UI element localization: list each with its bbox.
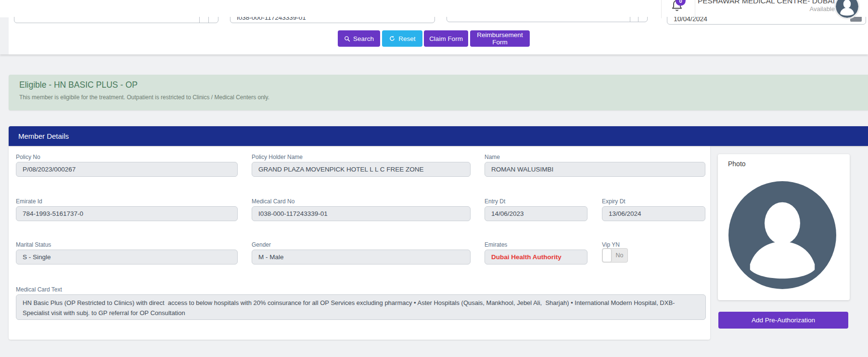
member-photo-avatar — [728, 181, 836, 289]
name-field[interactable] — [485, 162, 705, 177]
add-pre-authorization-button[interactable]: Add Pre-Authorization — [718, 312, 848, 329]
header-divider — [661, 0, 662, 18]
reset-button-label: Reset — [398, 35, 415, 42]
entry-dt-field[interactable] — [485, 206, 587, 221]
emirate-id-field[interactable] — [16, 206, 238, 221]
gender-field[interactable] — [252, 250, 471, 264]
toggle-knob — [603, 249, 612, 262]
reset-icon — [389, 35, 396, 42]
medical-card-text-field[interactable] — [16, 294, 706, 320]
reset-button[interactable]: Reset — [382, 30, 422, 47]
expiry-dt-label: Expiry Dt — [602, 198, 625, 205]
photo-label: Photo — [728, 160, 746, 168]
claim-form-button[interactable]: Claim Form — [424, 30, 468, 47]
marital-status-field[interactable] — [16, 250, 238, 264]
claim-form-label: Claim Form — [429, 35, 463, 42]
emirates-field[interactable] — [485, 250, 587, 264]
emirate-id-label: Emirate Id — [16, 198, 42, 205]
policy-holder-label: Policy Holder Name — [252, 154, 303, 160]
reimbursement-form-label: Reimbursement Form — [474, 31, 526, 46]
name-label: Name — [485, 154, 500, 160]
vip-yn-label: Vip YN — [602, 241, 620, 248]
entry-dt-label: Entry Dt — [485, 198, 505, 205]
policy-no-label: Policy No — [16, 154, 40, 160]
vip-yn-value: No — [612, 249, 627, 262]
gender-label: Gender — [252, 241, 271, 248]
marital-status-label: Marital Status — [16, 241, 51, 248]
medical-card-no-label: Medical Card No — [252, 198, 294, 205]
photo-card: Photo — [718, 154, 850, 300]
eligibility-message: This member is eligibile for the treatme… — [19, 94, 857, 101]
eligibility-banner: Eligible - HN BASIC PLUS - OP This membe… — [9, 75, 868, 110]
search-icon — [344, 36, 350, 42]
reimbursement-form-button[interactable]: Reimbursement Form — [470, 30, 530, 47]
medical-card-text-label: Medical Card Text — [16, 286, 62, 293]
availability-status: Available — [688, 5, 835, 13]
member-details-header: Member Details — [9, 126, 868, 146]
medical-card-no-field[interactable] — [252, 206, 471, 221]
search-button-label: Search — [353, 35, 374, 42]
vip-yn-toggle[interactable]: No — [602, 248, 628, 263]
eligibility-title: Eligible - HN BASIC PLUS - OP — [19, 80, 857, 90]
member-details-card: Policy No Policy Holder Name Name Emirat… — [9, 146, 710, 340]
member-details-title: Member Details — [18, 132, 69, 140]
clinic-name: PESHAWAR MEDICAL CENTRE- DUBAI — [688, 0, 835, 5]
emirates-label: Emirates — [485, 241, 507, 248]
expiry-dt-field[interactable] — [602, 206, 705, 221]
left-gutter — [0, 17, 9, 54]
policy-no-field[interactable] — [16, 162, 238, 177]
search-button[interactable]: Search — [338, 30, 380, 47]
add-pre-authorization-label: Add Pre-Authorization — [752, 317, 815, 324]
policy-holder-field[interactable] — [252, 162, 471, 177]
